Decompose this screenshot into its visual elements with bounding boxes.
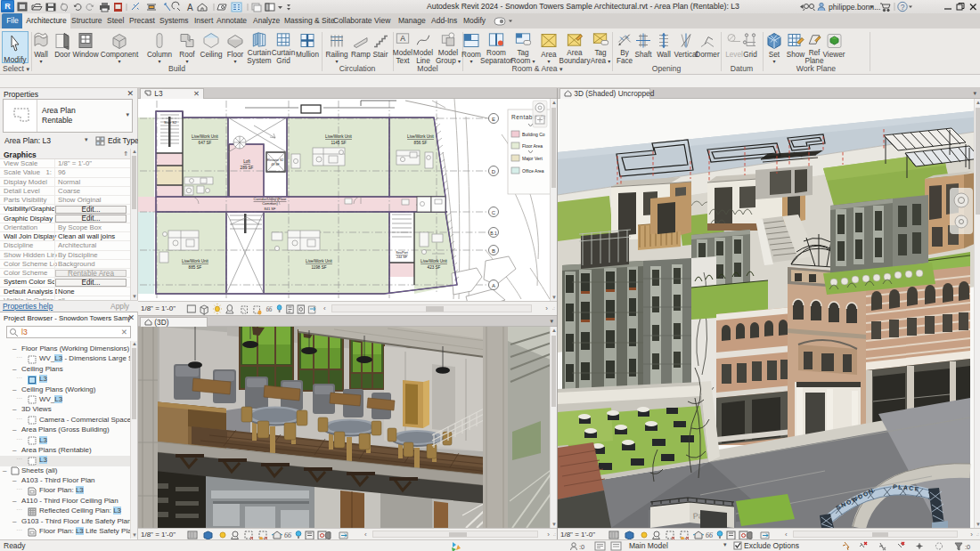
- svg-text:1198 SF: 1198 SF: [311, 265, 326, 270]
- svg-text:885 SF: 885 SF: [189, 265, 202, 270]
- svg-text:Live/Work Unit: Live/Work Unit: [325, 134, 353, 139]
- svg-text:?: ?: [901, 3, 905, 12]
- svg-text:49 SF: 49 SF: [271, 163, 280, 166]
- svg-text:Loft: Loft: [243, 159, 250, 164]
- svg-text:B.1: B.1: [490, 231, 497, 236]
- svg-text:Live/Work Unit: Live/Work Unit: [407, 134, 435, 139]
- svg-text:R: R: [4, 2, 11, 11]
- svg-text:289 SF: 289 SF: [241, 166, 254, 170]
- svg-text:B: B: [492, 248, 495, 254]
- svg-text:SeaPort: SeaPort: [396, 251, 409, 255]
- svg-text:D: D: [492, 169, 496, 174]
- svg-text:Live/Work Unit: Live/Work Unit: [182, 259, 209, 263]
- svg-text:C: C: [492, 210, 496, 215]
- svg-text:66: 66: [706, 531, 713, 539]
- svg-text:66: 66: [266, 304, 273, 313]
- svg-text::0: :0: [965, 543, 970, 551]
- svg-text:Live/Work Unit: Live/Work Unit: [421, 259, 448, 263]
- svg-text:A: A: [187, 3, 193, 12]
- svg-text:Building Co: Building Co: [522, 132, 545, 137]
- svg-text:Live/Work Unit: Live/Work Unit: [306, 259, 333, 263]
- svg-text::0: :0: [579, 543, 584, 551]
- svg-text:Common): Common): [262, 201, 278, 206]
- svg-text:66: 66: [284, 531, 291, 539]
- svg-text:Major Vert: Major Vert: [522, 156, 543, 161]
- svg-text:Floor Area: Floor Area: [522, 143, 543, 149]
- svg-text:E: E: [492, 117, 495, 122]
- svg-text:A: A: [492, 283, 495, 288]
- svg-text:Office Area: Office Area: [522, 168, 544, 174]
- svg-text:244 SF: 244 SF: [396, 255, 408, 259]
- svg-text:Stair S2: Stair S2: [164, 120, 177, 125]
- svg-text:Elevator S2: Elevator S2: [267, 158, 284, 162]
- svg-text:856 SF: 856 SF: [414, 141, 428, 145]
- svg-text:1145 SF: 1145 SF: [331, 141, 346, 145]
- svg-text:423 SF: 423 SF: [428, 265, 441, 270]
- svg-text:Live/Work Unit: Live/Work Unit: [192, 134, 219, 139]
- svg-text:841 SF: 841 SF: [265, 207, 276, 211]
- svg-text:647 SF: 647 SF: [199, 141, 212, 145]
